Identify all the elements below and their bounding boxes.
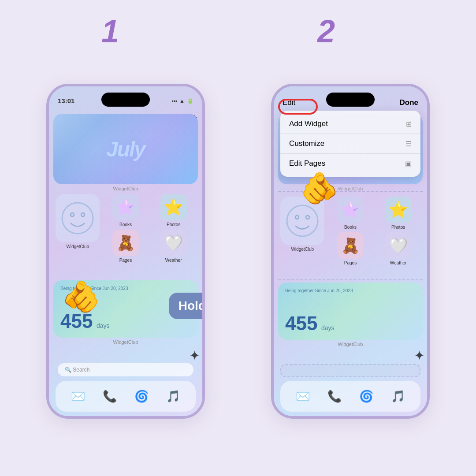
step-1-number: 1 bbox=[101, 13, 119, 49]
timer-label-2: WidgetClub bbox=[278, 342, 423, 347]
dock-2: ✉️ 📞 🌀 🎵 bbox=[280, 381, 420, 412]
dock-app-2[interactable]: 🌀 bbox=[356, 386, 376, 406]
app-pages-1[interactable]: 🧸 Pages bbox=[103, 230, 149, 263]
dock-app-1[interactable]: 🌀 bbox=[131, 386, 152, 406]
menu-customize[interactable]: Customize ☰ bbox=[280, 134, 420, 154]
svg-point-1 bbox=[71, 213, 74, 216]
phone-1-wrapper: ✦ ✦ ✦ 13:01 ▪▪▪ ▲ 🔋 bbox=[46, 84, 205, 419]
dock-1: ✉️ 📞 🌀 🎵 bbox=[56, 381, 196, 412]
dock-music-1[interactable]: 🎵 bbox=[163, 386, 183, 406]
svg-point-4 bbox=[295, 216, 299, 219]
app-weather-2[interactable]: 🤍 Weather bbox=[376, 232, 421, 265]
time-1: 13:01 bbox=[58, 97, 74, 104]
svg-point-3 bbox=[287, 205, 318, 236]
dock-phone-2[interactable]: 📞 bbox=[324, 386, 345, 406]
main-container: 1 2 ✦ ✦ ✦ 13:01 ▪▪▪ ▲ 🔋 bbox=[0, 0, 476, 476]
dock-phone-1[interactable]: 📞 bbox=[100, 386, 120, 406]
menu-add-widget[interactable]: Add Widget ⊞ bbox=[280, 114, 420, 134]
app-pages-2[interactable]: 🧸 Pages bbox=[328, 232, 373, 265]
timer-text-2: Being together Since Jun 20, 2023 bbox=[285, 288, 416, 294]
timer-label-1: WidgetClub bbox=[53, 339, 198, 345]
timer-days-2: 455 bbox=[285, 312, 317, 334]
app-weather-1[interactable]: 🤍 Weather bbox=[151, 230, 196, 263]
app-grid-1: ⭐ Books ⭐ Photos bbox=[53, 192, 198, 264]
app-photos-2[interactable]: ⭐ Photos bbox=[376, 197, 421, 230]
banner-widget-1: July WidgetClub bbox=[53, 114, 198, 186]
app-photos-1[interactable]: ⭐ Photos bbox=[151, 194, 196, 227]
phone-2-wrapper: ✦ ✦ Edit Done Add Widget ⊞ bbox=[271, 84, 430, 419]
svg-point-2 bbox=[81, 213, 85, 216]
step-2-number: 2 bbox=[317, 13, 335, 49]
hand-cursor-1: 🫵 bbox=[62, 279, 100, 315]
hold-badge: Hold bbox=[169, 293, 205, 319]
phone-1-content: ✦ ✦ ✦ 13:01 ▪▪▪ ▲ 🔋 bbox=[49, 86, 202, 416]
done-button[interactable]: Done bbox=[400, 98, 419, 107]
smiley-widget-2: WidgetClub bbox=[280, 197, 325, 265]
phone-1: ✦ ✦ ✦ 13:01 ▪▪▪ ▲ 🔋 bbox=[46, 84, 205, 419]
timer-widget-2: Being together Since Jun 20, 2023 455 da… bbox=[278, 283, 423, 342]
dock-music-2[interactable]: 🎵 bbox=[388, 386, 408, 406]
phone-2: ✦ ✦ Edit Done Add Widget ⊞ bbox=[271, 84, 430, 419]
banner-label-1: WidgetClub bbox=[53, 186, 198, 191]
timer-days-label-2: days bbox=[321, 324, 335, 331]
search-bar-1[interactable]: 🔍 Search bbox=[58, 363, 193, 376]
smiley-widget-1: WidgetClub bbox=[55, 194, 100, 263]
edit-menu: Add Widget ⊞ Customize ☰ Edit Pages ▣ bbox=[280, 111, 420, 177]
edit-highlight bbox=[278, 99, 318, 115]
hand-cursor-2: 🫵 bbox=[300, 170, 338, 206]
status-icons-1: ▪▪▪ ▲ 🔋 bbox=[171, 98, 193, 104]
star-deco-3: ✦ bbox=[189, 348, 200, 363]
dock-mail-2[interactable]: ✉️ bbox=[293, 386, 313, 406]
star-deco-5: ✦ bbox=[414, 348, 425, 363]
phone-2-content: ✦ ✦ Edit Done Add Widget ⊞ bbox=[274, 86, 427, 416]
timer-days-label-1: days bbox=[97, 322, 110, 329]
bottom-dash bbox=[280, 364, 420, 377]
smiley-face-1 bbox=[60, 201, 95, 236]
dynamic-island-1 bbox=[101, 93, 150, 107]
app-books-1[interactable]: ⭐ Books bbox=[103, 194, 149, 227]
smiley-face-2 bbox=[285, 203, 320, 238]
svg-point-0 bbox=[62, 203, 93, 234]
dock-mail-1[interactable]: ✉️ bbox=[68, 386, 88, 406]
svg-point-5 bbox=[306, 216, 309, 219]
